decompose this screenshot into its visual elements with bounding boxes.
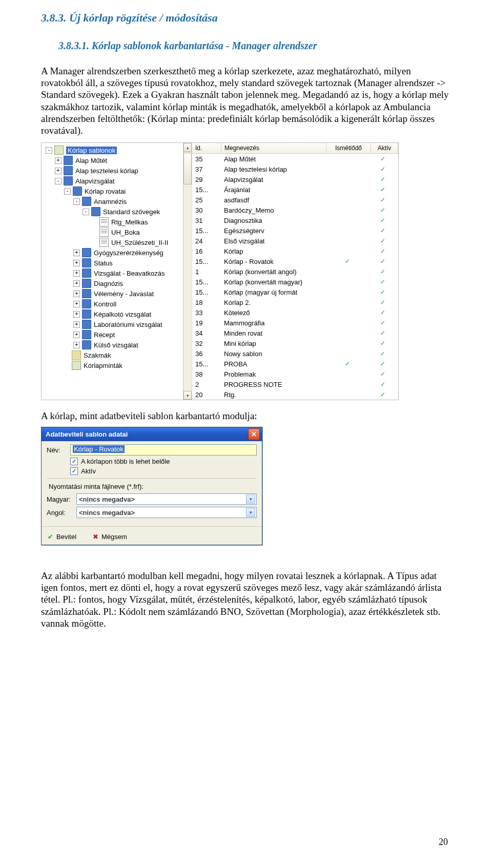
collapse-icon[interactable]: - <box>64 188 71 195</box>
tree-item[interactable]: -Anamnézis <box>45 196 192 206</box>
table-row[interactable]: 15...PROBA✓✓ <box>192 359 398 369</box>
table-row[interactable]: 30Bardóczy_Memo✓ <box>192 205 398 215</box>
table-row[interactable]: 25asdfasdf✓ <box>192 195 398 205</box>
folder-icon <box>82 320 91 329</box>
tree-item[interactable]: +Gyógyszerérzékenység <box>45 247 192 258</box>
table-row[interactable]: 24Első vizsgálat✓ <box>192 236 398 246</box>
checkbox-active[interactable]: ✓ <box>70 467 78 475</box>
label-name: Név: <box>47 446 67 454</box>
collapse-icon[interactable]: - <box>83 209 89 215</box>
tree-item[interactable]: +Diagnózis <box>45 278 192 288</box>
table-row[interactable]: 34Minden rovat✓ <box>192 328 398 338</box>
expand-icon[interactable]: + <box>73 280 80 287</box>
tree-item[interactable]: Rtg_Mellkas <box>45 217 192 227</box>
table-row[interactable]: 19Mammográfia✓ <box>192 318 398 328</box>
tree-item[interactable]: +Külső vizsgálat <box>45 340 192 350</box>
ok-button[interactable]: ✔ Bevitel <box>47 533 76 541</box>
tree-item[interactable]: UH_Boka <box>45 227 192 237</box>
scroll-thumb[interactable] <box>183 153 192 184</box>
table-row[interactable]: 38Problemak✓ <box>192 369 398 379</box>
tree-item-label: Kórlap rovatai <box>85 188 126 195</box>
table-row[interactable]: 15...Egészségterv✓ <box>192 225 398 236</box>
expand-icon[interactable]: + <box>55 168 61 174</box>
expand-icon[interactable]: + <box>73 270 80 277</box>
collapse-icon[interactable]: - <box>46 147 52 154</box>
dropdown-angol[interactable]: <nincs megadva> ▾ <box>76 507 257 518</box>
table-row[interactable]: 1Kórlap (konvertált angol)✓ <box>192 266 398 277</box>
label-checkbox-multi: A kórlapon több is lehet belőle <box>81 458 170 465</box>
collapse-icon[interactable]: - <box>55 178 61 184</box>
table-row[interactable]: 29Alapvizsgálat✓ <box>192 174 398 184</box>
expand-icon[interactable]: + <box>55 157 61 164</box>
cell-name: Egészségterv <box>221 227 325 235</box>
table-row[interactable]: 15...Kórlap (konvertált magyar)✓ <box>192 277 398 287</box>
tree-item[interactable]: +Recept <box>45 329 192 340</box>
tree-item[interactable]: +Vizsgálat - Beavatkozás <box>45 268 192 278</box>
table-row[interactable]: 16Kórlap✓ <box>192 246 398 256</box>
cell-id: 20 <box>192 391 221 399</box>
label-angol: Angol: <box>47 509 73 516</box>
col-header-id[interactable]: Id. <box>192 143 221 153</box>
tree-item[interactable]: +Laboratóriumi vizsgálat <box>45 319 192 329</box>
tree-item[interactable]: -Kórlap rovatai <box>45 186 192 196</box>
scroll-up-icon[interactable]: ▴ <box>183 143 192 152</box>
table-row[interactable]: 15...Kórlap - Rovatok✓✓ <box>192 256 398 266</box>
table-pane: Id. Megnevezés Ismétlődő Aktív 35Alap Mű… <box>192 143 398 400</box>
expander-blank <box>92 240 97 245</box>
cell-active: ✓ <box>370 237 396 244</box>
tree-item[interactable]: Szakmák <box>45 350 192 360</box>
expand-icon[interactable]: + <box>73 291 80 297</box>
table-row[interactable]: 33Kötelező✓ <box>192 307 398 318</box>
cell-name: Kórlap - Rovatok <box>221 258 325 265</box>
expand-icon[interactable]: + <box>73 311 80 318</box>
scroll-down-icon[interactable]: ▾ <box>183 391 192 400</box>
tree-item[interactable]: +Vélemény - Javaslat <box>45 288 192 299</box>
cancel-button[interactable]: ✖ Mégsem <box>92 533 127 541</box>
expand-icon[interactable]: + <box>73 301 80 307</box>
table-row[interactable]: 20Rtg.✓ <box>192 389 398 400</box>
table-row[interactable]: 31Diagnosztika✓ <box>192 215 398 225</box>
cell-id: 30 <box>192 206 221 214</box>
expand-icon[interactable]: + <box>73 342 80 348</box>
table-row[interactable]: 18Kórlap 2.✓ <box>192 297 398 307</box>
tree-item[interactable]: -Kórlap sablonok <box>45 145 192 155</box>
tree-scrollbar[interactable]: ▴ ▾ <box>183 143 192 400</box>
chevron-down-icon[interactable]: ▾ <box>246 508 255 517</box>
tree-item[interactable]: +Status <box>45 258 192 268</box>
table-row[interactable]: 36Nowy sablon✓ <box>192 348 398 359</box>
expand-icon[interactable]: + <box>73 332 80 338</box>
tree-item[interactable]: +Kontroll <box>45 299 192 309</box>
expand-icon[interactable]: + <box>73 250 80 256</box>
table-row[interactable]: 32Mini kórlap✓ <box>192 338 398 348</box>
tree-item[interactable]: +Alap Műtét <box>45 155 192 166</box>
table-row[interactable]: 15...Kórlap (magyar új formát✓ <box>192 287 398 297</box>
cell-active: ✓ <box>370 166 396 173</box>
col-header-name[interactable]: Megnevezés <box>221 143 326 153</box>
cell-id: 15... <box>192 186 221 194</box>
col-header-repeating[interactable]: Ismétlődő <box>326 143 371 153</box>
tree-item[interactable]: +Képalkotó vizsgálat <box>45 309 192 319</box>
expand-icon[interactable]: + <box>73 321 80 328</box>
cell-name: Problemak <box>221 370 325 378</box>
tree-item[interactable]: -Standard szövegek <box>45 206 192 217</box>
tree-item[interactable]: +Alap tesztelesi kórlap <box>45 166 192 176</box>
tree-item[interactable]: -Alapvizsgálat <box>45 176 192 186</box>
checkbox-multi[interactable]: ✓ <box>70 458 78 465</box>
table-row[interactable]: 35Alap Műtét✓ <box>192 154 398 164</box>
tree-item[interactable]: Kórlapminták <box>45 360 192 370</box>
dropdown-magyar[interactable]: <nincs megadva> ▾ <box>76 493 257 505</box>
cell-id: 33 <box>192 309 221 317</box>
table-row[interactable]: 15...Árajánlat✓ <box>192 184 398 195</box>
collapse-icon[interactable]: - <box>73 198 80 205</box>
close-icon[interactable]: ✕ <box>248 428 260 440</box>
input-name[interactable]: Kórlap - Rovatok <box>70 444 257 456</box>
cell-name: Diagnosztika <box>221 217 325 224</box>
col-header-active[interactable]: Aktív <box>371 143 398 153</box>
dialog-titlebar[interactable]: Adatbeviteli sablon adatai ✕ <box>42 427 262 441</box>
table-row[interactable]: 2PROGRESS NOTE✓ <box>192 379 398 389</box>
table-row[interactable]: 37Alap tesztelesi kórlap✓ <box>192 164 398 174</box>
tree-item-label: Kórlapminták <box>84 362 122 369</box>
tree-item[interactable]: UH_Szülészeti_II-II <box>45 237 192 247</box>
expand-icon[interactable]: + <box>73 260 80 266</box>
chevron-down-icon[interactable]: ▾ <box>246 494 255 504</box>
